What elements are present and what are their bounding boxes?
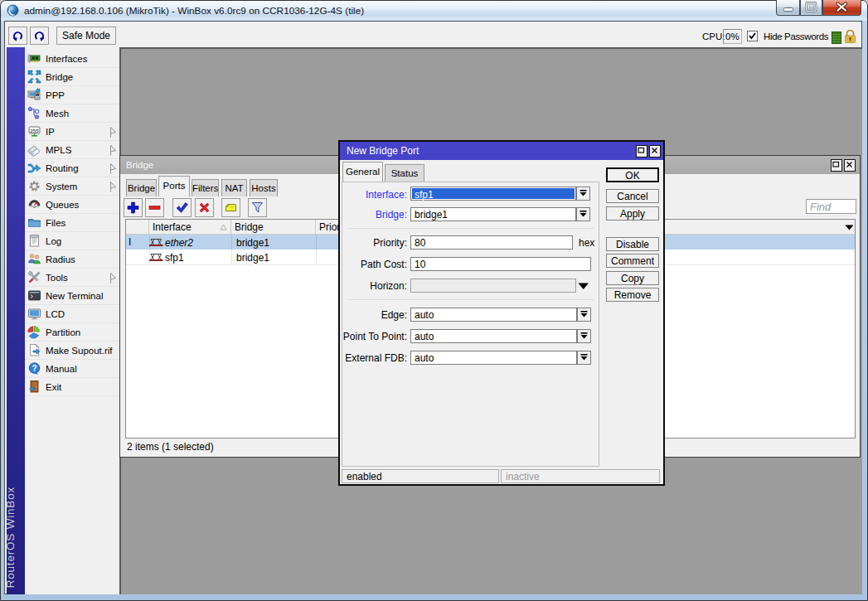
svg-text:?: ? [32, 364, 36, 373]
svg-text:255: 255 [30, 128, 39, 133]
